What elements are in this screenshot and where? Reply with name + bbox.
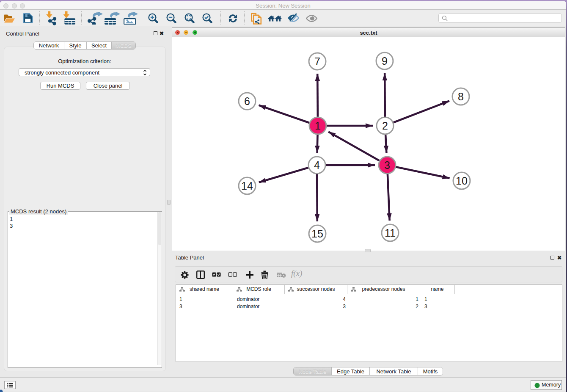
svg-text:6: 6 bbox=[244, 95, 250, 107]
svg-text:11: 11 bbox=[385, 227, 396, 239]
svg-text:14: 14 bbox=[241, 180, 253, 192]
svg-text:1: 1 bbox=[315, 120, 321, 132]
svg-text:9: 9 bbox=[382, 55, 388, 67]
svg-text:8: 8 bbox=[458, 91, 464, 102]
svg-text:4: 4 bbox=[314, 159, 320, 171]
svg-text:10: 10 bbox=[456, 175, 468, 187]
svg-text:2: 2 bbox=[382, 120, 388, 132]
svg-text:15: 15 bbox=[311, 228, 323, 240]
svg-text:7: 7 bbox=[314, 55, 320, 67]
svg-text:3: 3 bbox=[384, 159, 390, 171]
